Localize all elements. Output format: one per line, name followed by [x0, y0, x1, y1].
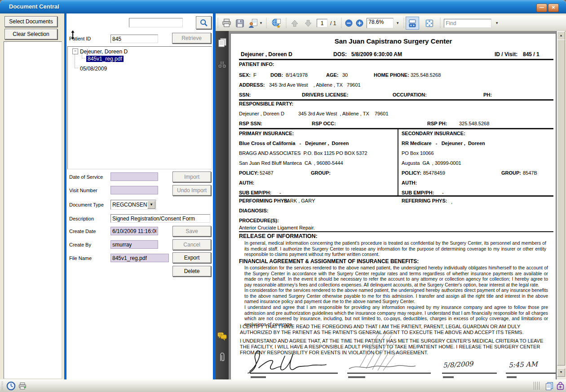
visit-number-label: Visit Number	[69, 188, 97, 193]
clear-selection-button[interactable]: Clear Selection	[4, 29, 57, 40]
delete-button[interactable]: Delete	[172, 266, 211, 277]
document-viewport[interactable]: San Juan Capistrano Surgery Center Dejeu…	[229, 31, 556, 379]
minimize-button[interactable]: —	[536, 4, 547, 12]
search-panel-button[interactable]	[217, 60, 227, 72]
doc-dos-value: 5/8/2009 6:30:00 AM	[351, 51, 402, 57]
chevron-down-icon: ▼	[150, 203, 153, 207]
file-name-field[interactable]	[111, 254, 169, 262]
doc-financial-p2: In consideration for the services render…	[244, 288, 548, 305]
zoom-level-field[interactable]: 78.6%	[367, 18, 394, 28]
toolbar-separator	[341, 18, 342, 29]
fit-width-icon	[408, 19, 417, 28]
doc-title: San Juan Capistrano Surgery Center	[231, 37, 556, 45]
zoom-in-button[interactable]	[354, 17, 365, 30]
save-icon	[235, 18, 245, 28]
witness-signature	[345, 329, 435, 374]
retrieve-button[interactable]: Retrieve	[172, 33, 211, 44]
find-dropdown-button[interactable]: ▼	[495, 21, 499, 25]
zoom-dropdown-button[interactable]: ▼	[396, 21, 399, 25]
close-icon: ✕	[552, 5, 555, 10]
search-panel: Patient ID Retrieve − Dejeuner, Doreen D…	[66, 13, 213, 379]
minimize-icon: —	[539, 5, 544, 10]
create-date-field[interactable]	[111, 227, 158, 235]
description-field[interactable]	[111, 214, 210, 223]
previous-page-button[interactable]	[288, 17, 301, 30]
scroll-down-button[interactable]: ▼	[557, 368, 565, 377]
tree-expander-minus[interactable]: −	[72, 48, 78, 54]
page-number-input[interactable]	[317, 19, 327, 27]
viewer-sidebar	[216, 31, 229, 379]
export-button[interactable]: Export	[172, 252, 211, 263]
print-button[interactable]	[220, 17, 233, 30]
visit-number-field[interactable]	[111, 186, 158, 194]
pages-panel-icon	[217, 37, 227, 48]
doc-release-text: In general, medical information concerni…	[244, 241, 546, 258]
patient-id-input[interactable]	[111, 35, 158, 43]
patient-signature	[245, 348, 342, 375]
fit-page-button[interactable]	[423, 17, 436, 30]
document-type-label: Document Type	[69, 202, 104, 207]
document-page: San Juan Capistrano Surgery Center Dejeu…	[230, 33, 556, 380]
print-status-button[interactable]	[18, 382, 27, 392]
find-input[interactable]	[444, 19, 491, 28]
search-button[interactable]	[196, 16, 212, 29]
undo-import-button[interactable]: Undo Import	[172, 185, 211, 196]
triangle-up-icon: ▲	[560, 34, 563, 37]
tree-node-file-selected[interactable]: 845v1_reg.pdf	[86, 56, 124, 62]
search-input[interactable]	[129, 18, 183, 27]
document-tree[interactable]: − Dejeuner, Doreen D 845v1_reg.pdf 05/08…	[67, 46, 212, 169]
scroll-thumb[interactable]	[557, 40, 565, 366]
select-documents-button[interactable]: Select Documents	[4, 16, 57, 27]
date-of-service-field[interactable]	[111, 172, 158, 181]
toolbar-grip	[217, 18, 218, 29]
tree-node-date[interactable]: 05/08/2009	[80, 66, 107, 72]
tree-connector	[75, 68, 78, 68]
cancel-button[interactable]: Cancel	[172, 239, 211, 250]
document-scrollbar[interactable]: ▲ ▼	[556, 31, 565, 379]
save-copy-button[interactable]	[233, 17, 247, 30]
import-button[interactable]: Import	[172, 172, 211, 182]
email-review-button[interactable]	[268, 17, 284, 30]
create-by-field[interactable]	[111, 240, 158, 249]
comments-icon	[217, 331, 227, 341]
zoom-out-button[interactable]	[343, 17, 354, 30]
next-page-button[interactable]	[301, 17, 315, 30]
binoculars-icon	[217, 60, 227, 70]
comments-button[interactable]	[217, 331, 227, 343]
status-bar	[0, 379, 566, 392]
save-button[interactable]: Save	[172, 226, 211, 237]
doc-patient-info-heading: PATIENT INFO:	[239, 62, 274, 67]
add-status-button[interactable]	[556, 382, 565, 392]
chevron-down-icon: ▼	[396, 21, 399, 25]
pages-panel-button[interactable]	[217, 37, 227, 49]
page-up-icon	[290, 19, 299, 28]
history-button[interactable]	[6, 381, 16, 392]
documents-status-icon	[544, 381, 554, 391]
selected-documents-list[interactable]	[4, 41, 62, 379]
doc-release-heading: RELEASE OF INFORMATION:	[239, 233, 318, 239]
doc-primary-insurance-heading: PRIMARY INSURANCE:	[239, 131, 294, 136]
chevron-down-icon: ▼	[495, 21, 499, 25]
combo-dropdown-button[interactable]: ▼	[147, 201, 155, 209]
doc-financial-heading: FINANCIAL AGREEMENT & ASSIGNMENT OF INSU…	[239, 258, 419, 264]
toolbar-separator	[403, 18, 404, 29]
scroll-up-button[interactable]: ▲	[557, 31, 565, 40]
documents-status-button[interactable]	[544, 381, 554, 392]
printer-status-icon	[18, 382, 27, 391]
close-button[interactable]: ✕	[548, 4, 559, 12]
collaborate-button[interactable]: ▼	[247, 17, 265, 30]
doc-patient-name: Dejeuner , Doreen D	[241, 51, 292, 57]
triangle-down-icon: ▼	[560, 370, 563, 374]
search-icon	[199, 18, 209, 28]
fit-width-button[interactable]	[406, 17, 419, 30]
title-bar[interactable]: Document Central — ✕	[0, 0, 566, 13]
document-type-combo[interactable]: REGCONSENT ▼	[111, 200, 156, 210]
tree-node-patient[interactable]: Dejeuner, Doreen D	[80, 48, 128, 55]
email-globe-icon	[271, 18, 282, 29]
collaborate-icon	[248, 18, 258, 28]
window-title: Document Central	[9, 3, 59, 10]
create-by-label: Create By	[69, 242, 91, 247]
toolbar-separator	[266, 18, 267, 29]
signature-time: 5:45 AM	[509, 360, 538, 369]
attachments-button[interactable]	[217, 352, 227, 365]
